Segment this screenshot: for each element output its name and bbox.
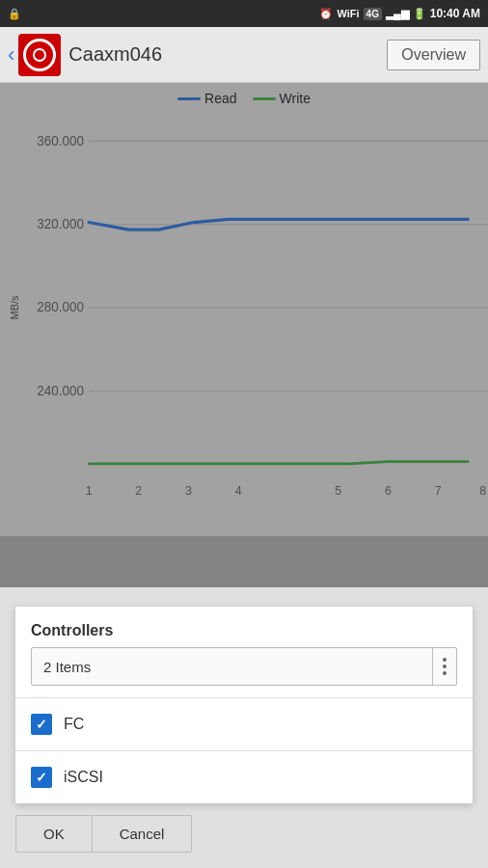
status-bar-left: 🔒	[8, 8, 21, 20]
lte-label: 4G	[364, 8, 382, 20]
app-bar: ‹ Caaxm046 Overview	[0, 27, 488, 83]
status-bar-right: ⏰ WiFi 4G ▂▄▆ 🔋 10:40 AM	[319, 7, 480, 20]
dot-2	[443, 665, 447, 668]
dropdown-text: 2 Items	[32, 649, 432, 685]
status-bar: 🔒 ⏰ WiFi 4G ▂▄▆ 🔋 10:40 AM	[0, 0, 488, 27]
dialog-card: Controllers 2 Items ✓ FC	[15, 607, 473, 803]
dropdown-row[interactable]: 2 Items	[31, 647, 457, 686]
lock-icon: 🔒	[8, 8, 21, 20]
fc-checkbox-icon: ✓	[31, 714, 52, 735]
dropdown-dots-button[interactable]	[432, 648, 456, 685]
fc-label: FC	[64, 716, 84, 733]
time-display: 10:40 AM	[430, 7, 480, 20]
iscsi-checkbox-icon: ✓	[31, 767, 52, 788]
dot-1	[443, 658, 447, 662]
wifi-icon: WiFi	[337, 8, 359, 19]
iscsi-checkbox-row[interactable]: ✓ iSCSI	[15, 751, 473, 803]
overview-button[interactable]: Overview	[387, 40, 480, 70]
back-button[interactable]: ‹	[8, 42, 14, 68]
dot-3	[443, 671, 447, 675]
ok-button[interactable]: OK	[15, 815, 93, 853]
dialog-panel: Controllers 2 Items ✓ FC	[0, 587, 488, 868]
dialog-buttons: OK Cancel	[0, 803, 488, 868]
fc-checkmark: ✓	[36, 717, 47, 732]
dialog-title: Controllers	[15, 607, 473, 647]
battery-icon: 🔋	[413, 8, 426, 20]
page-title: Caaxm046	[68, 43, 387, 66]
signal-icon: ▂▄▆	[386, 8, 409, 20]
alarm-icon: ⏰	[319, 8, 333, 20]
iscsi-label: iSCSI	[64, 769, 103, 786]
dialog-overlay: Controllers 2 Items ✓ FC	[0, 83, 488, 868]
fc-checkbox-row[interactable]: ✓ FC	[15, 698, 473, 750]
cancel-button[interactable]: Cancel	[93, 815, 193, 853]
iscsi-checkmark: ✓	[36, 770, 47, 785]
app-logo	[18, 34, 61, 76]
